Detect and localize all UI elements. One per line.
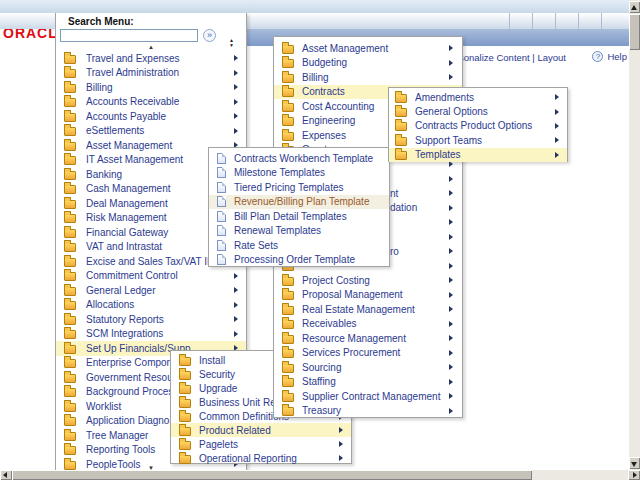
nav-link[interactable] xyxy=(601,13,624,29)
submenu-arrow-icon xyxy=(449,335,453,341)
folder-icon xyxy=(64,446,76,455)
submenu-arrow-icon xyxy=(555,137,559,143)
menu-item[interactable]: Statutory Reports xyxy=(56,312,246,327)
nav-link[interactable] xyxy=(509,13,532,29)
folder-icon xyxy=(64,113,76,122)
menu-page-item[interactable]: Rate Sets xyxy=(209,238,389,253)
menu-page-item[interactable]: Bill Plan Detail Templates xyxy=(209,209,389,224)
menu-item[interactable]: Receivables xyxy=(274,317,462,332)
menu-item[interactable]: Billing xyxy=(56,80,246,95)
menu-page-item[interactable]: Milestone Templates xyxy=(209,166,389,181)
folder-icon xyxy=(64,98,76,107)
menu-page-item[interactable]: Contracts Workbench Template xyxy=(209,151,389,166)
folder-icon xyxy=(282,349,294,358)
folder-icon xyxy=(64,84,76,93)
submenu-arrow-icon xyxy=(449,364,453,370)
menu-item[interactable]: Asset Management xyxy=(274,41,462,56)
submenu-arrow-icon xyxy=(555,123,559,129)
submenu-arrow-icon xyxy=(449,176,453,182)
folder-icon xyxy=(179,357,191,366)
menu-item[interactable]: Support Teams xyxy=(389,133,567,147)
folder-icon xyxy=(64,316,76,325)
folder-icon xyxy=(64,127,76,136)
menu-item[interactable]: Real Estate Management xyxy=(274,302,462,317)
folder-icon xyxy=(64,156,76,165)
folder-icon xyxy=(282,117,294,126)
menu-item[interactable]: Sourcing xyxy=(274,360,462,375)
top-nav-links xyxy=(509,13,624,29)
menu-item[interactable]: Contracts Product Options xyxy=(389,119,567,133)
scroll-right-arrow-icon[interactable] xyxy=(628,470,640,480)
menu-item[interactable]: Supplier Contract Management xyxy=(274,389,462,404)
vertical-scroll-thumb[interactable] xyxy=(629,14,640,50)
nav-link[interactable] xyxy=(578,13,601,29)
folder-icon xyxy=(64,55,76,64)
scroll-up-arrow-icon[interactable] xyxy=(629,1,640,13)
help-link[interactable]: ? Help xyxy=(592,51,627,62)
folder-icon xyxy=(179,371,191,380)
folder-icon xyxy=(179,441,191,450)
folder-icon xyxy=(282,103,294,112)
folder-icon xyxy=(64,69,76,78)
menu-resize-icon[interactable]: ▲ ▼ xyxy=(229,38,234,48)
menu-item[interactable]: Travel and Expenses xyxy=(56,51,246,66)
menu-page-item[interactable]: Tiered Pricing Templates xyxy=(209,180,389,195)
folder-icon xyxy=(282,132,294,141)
menu-page-item[interactable]: Revenue/Billing Plan Template xyxy=(209,195,389,210)
search-input[interactable] xyxy=(60,29,198,42)
submenu-arrow-icon xyxy=(234,316,238,322)
submenu-arrow-icon xyxy=(234,84,238,90)
menu-item[interactable]: Staffing xyxy=(274,375,462,390)
menu-item[interactable]: Proposal Management xyxy=(274,288,462,303)
scroll-left-arrow-icon[interactable] xyxy=(0,470,12,480)
folder-icon xyxy=(64,171,76,180)
folder-icon xyxy=(64,330,76,339)
menu-item[interactable]: Product Related xyxy=(171,423,351,437)
scroll-down-arrow-icon[interactable] xyxy=(629,457,640,469)
nav-link[interactable] xyxy=(555,13,578,29)
horizontal-scrollbar[interactable] xyxy=(0,470,640,480)
menu-scroll-up-icon[interactable]: ▲ xyxy=(56,44,246,51)
submenu-arrow-icon xyxy=(449,219,453,225)
submenu-arrow-icon xyxy=(449,321,453,327)
menu-item[interactable]: Operational Reporting xyxy=(171,451,351,465)
menu-item[interactable]: SCM Integrations xyxy=(56,327,246,342)
submenu-arrow-icon xyxy=(234,287,238,293)
folder-icon xyxy=(64,142,76,151)
menu-item[interactable]: Travel Administration xyxy=(56,66,246,81)
menu-item[interactable]: Templates xyxy=(389,148,567,162)
menu-item[interactable]: Resource Management xyxy=(274,331,462,346)
folder-icon xyxy=(179,427,191,436)
folder-icon xyxy=(64,432,76,441)
horizontal-scroll-thumb[interactable] xyxy=(12,470,532,480)
submenu-arrow-icon xyxy=(339,441,343,447)
folder-icon xyxy=(282,393,294,402)
menu-item[interactable]: Project Costing xyxy=(274,273,462,288)
menu-item[interactable]: Treasury xyxy=(274,404,462,419)
folder-icon xyxy=(282,59,294,68)
page-icon xyxy=(217,254,226,265)
menu-item[interactable]: Services Procurement xyxy=(274,346,462,361)
menu-item[interactable]: Accounts Receivable xyxy=(56,95,246,110)
search-go-icon[interactable]: » xyxy=(203,29,216,42)
submenu-arrow-icon xyxy=(449,248,453,254)
menu-item[interactable]: eSettlements xyxy=(56,124,246,139)
menu-item[interactable]: General Ledger xyxy=(56,283,246,298)
page-icon xyxy=(217,225,226,236)
menu-item[interactable]: Accounts Payable xyxy=(56,109,246,124)
vertical-scrollbar[interactable] xyxy=(629,0,640,470)
folder-icon xyxy=(179,399,191,408)
menu-item[interactable]: Commitment Control xyxy=(56,269,246,284)
submenu-arrow-icon xyxy=(234,302,238,308)
menu-item[interactable]: Allocations xyxy=(56,298,246,313)
nav-link[interactable] xyxy=(532,13,555,29)
menu-item[interactable]: General Options xyxy=(389,104,567,118)
menu-item[interactable]: Billing xyxy=(274,70,462,85)
menu-item[interactable]: Pagelets xyxy=(171,437,351,451)
menu-page-item[interactable]: Processing Order Template xyxy=(209,253,389,268)
menu-item[interactable]: Amendments xyxy=(389,90,567,104)
folder-icon xyxy=(395,122,407,131)
menu-item[interactable]: Budgeting xyxy=(274,56,462,71)
menu-page-item[interactable]: Renewal Templates xyxy=(209,224,389,239)
submenu-arrow-icon xyxy=(234,55,238,61)
